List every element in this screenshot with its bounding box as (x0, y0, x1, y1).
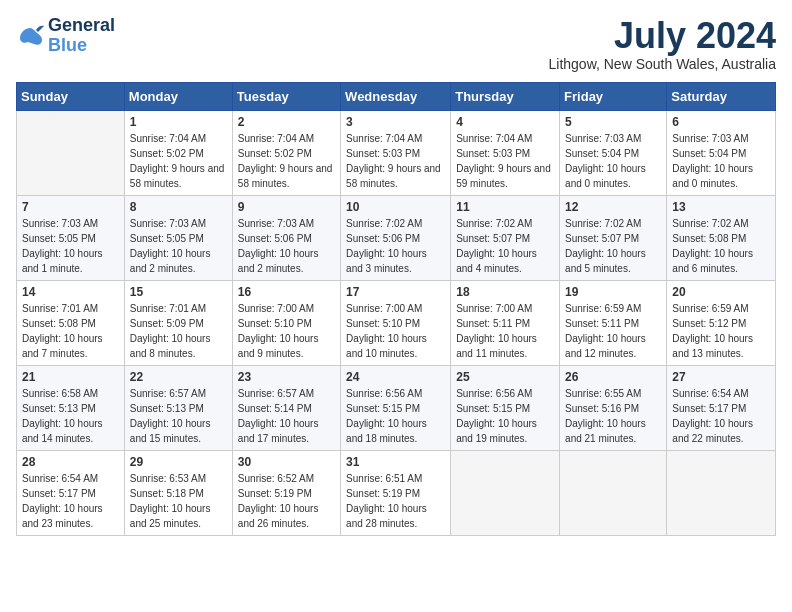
day-number: 24 (346, 370, 445, 384)
day-info: Sunrise: 6:57 AMSunset: 5:14 PMDaylight:… (238, 386, 335, 446)
day-info: Sunrise: 6:57 AMSunset: 5:13 PMDaylight:… (130, 386, 227, 446)
day-info: Sunrise: 7:03 AMSunset: 5:04 PMDaylight:… (672, 131, 770, 191)
day-info: Sunrise: 7:03 AMSunset: 5:05 PMDaylight:… (22, 216, 119, 276)
day-info: Sunrise: 6:55 AMSunset: 5:16 PMDaylight:… (565, 386, 661, 446)
calendar-cell: 31Sunrise: 6:51 AMSunset: 5:19 PMDayligh… (341, 450, 451, 535)
logo-text: GeneralBlue (48, 16, 115, 56)
calendar-cell (451, 450, 560, 535)
page-header: GeneralBlue July 2024 Lithgow, New South… (16, 16, 776, 72)
day-info: Sunrise: 7:01 AMSunset: 5:09 PMDaylight:… (130, 301, 227, 361)
calendar-cell: 15Sunrise: 7:01 AMSunset: 5:09 PMDayligh… (124, 280, 232, 365)
day-info: Sunrise: 7:01 AMSunset: 5:08 PMDaylight:… (22, 301, 119, 361)
calendar-week-1: 1Sunrise: 7:04 AMSunset: 5:02 PMDaylight… (17, 110, 776, 195)
calendar-cell: 17Sunrise: 7:00 AMSunset: 5:10 PMDayligh… (341, 280, 451, 365)
day-number: 17 (346, 285, 445, 299)
day-number: 1 (130, 115, 227, 129)
day-info: Sunrise: 6:59 AMSunset: 5:12 PMDaylight:… (672, 301, 770, 361)
day-info: Sunrise: 7:02 AMSunset: 5:07 PMDaylight:… (456, 216, 554, 276)
calendar-cell: 19Sunrise: 6:59 AMSunset: 5:11 PMDayligh… (560, 280, 667, 365)
day-header-monday: Monday (124, 82, 232, 110)
calendar-cell (17, 110, 125, 195)
calendar-cell: 1Sunrise: 7:04 AMSunset: 5:02 PMDaylight… (124, 110, 232, 195)
day-number: 29 (130, 455, 227, 469)
calendar-cell: 10Sunrise: 7:02 AMSunset: 5:06 PMDayligh… (341, 195, 451, 280)
day-info: Sunrise: 7:00 AMSunset: 5:10 PMDaylight:… (346, 301, 445, 361)
day-header-tuesday: Tuesday (232, 82, 340, 110)
day-info: Sunrise: 7:02 AMSunset: 5:06 PMDaylight:… (346, 216, 445, 276)
calendar-cell: 21Sunrise: 6:58 AMSunset: 5:13 PMDayligh… (17, 365, 125, 450)
day-info: Sunrise: 6:52 AMSunset: 5:19 PMDaylight:… (238, 471, 335, 531)
day-number: 3 (346, 115, 445, 129)
day-info: Sunrise: 6:54 AMSunset: 5:17 PMDaylight:… (672, 386, 770, 446)
calendar-cell: 12Sunrise: 7:02 AMSunset: 5:07 PMDayligh… (560, 195, 667, 280)
day-info: Sunrise: 7:02 AMSunset: 5:07 PMDaylight:… (565, 216, 661, 276)
day-info: Sunrise: 7:02 AMSunset: 5:08 PMDaylight:… (672, 216, 770, 276)
day-header-sunday: Sunday (17, 82, 125, 110)
day-info: Sunrise: 7:04 AMSunset: 5:02 PMDaylight:… (238, 131, 335, 191)
calendar-cell: 20Sunrise: 6:59 AMSunset: 5:12 PMDayligh… (667, 280, 776, 365)
day-number: 18 (456, 285, 554, 299)
day-number: 12 (565, 200, 661, 214)
day-info: Sunrise: 7:00 AMSunset: 5:10 PMDaylight:… (238, 301, 335, 361)
day-info: Sunrise: 7:03 AMSunset: 5:05 PMDaylight:… (130, 216, 227, 276)
calendar-cell: 25Sunrise: 6:56 AMSunset: 5:15 PMDayligh… (451, 365, 560, 450)
day-number: 4 (456, 115, 554, 129)
day-number: 22 (130, 370, 227, 384)
calendar-cell: 23Sunrise: 6:57 AMSunset: 5:14 PMDayligh… (232, 365, 340, 450)
calendar-week-5: 28Sunrise: 6:54 AMSunset: 5:17 PMDayligh… (17, 450, 776, 535)
calendar-cell: 14Sunrise: 7:01 AMSunset: 5:08 PMDayligh… (17, 280, 125, 365)
day-number: 19 (565, 285, 661, 299)
calendar-cell: 11Sunrise: 7:02 AMSunset: 5:07 PMDayligh… (451, 195, 560, 280)
day-number: 9 (238, 200, 335, 214)
calendar-cell: 16Sunrise: 7:00 AMSunset: 5:10 PMDayligh… (232, 280, 340, 365)
logo-bird-icon (16, 22, 44, 50)
day-info: Sunrise: 7:03 AMSunset: 5:06 PMDaylight:… (238, 216, 335, 276)
calendar-table: SundayMondayTuesdayWednesdayThursdayFrid… (16, 82, 776, 536)
calendar-cell: 22Sunrise: 6:57 AMSunset: 5:13 PMDayligh… (124, 365, 232, 450)
day-number: 20 (672, 285, 770, 299)
day-info: Sunrise: 6:58 AMSunset: 5:13 PMDaylight:… (22, 386, 119, 446)
day-number: 26 (565, 370, 661, 384)
calendar-cell: 29Sunrise: 6:53 AMSunset: 5:18 PMDayligh… (124, 450, 232, 535)
calendar-cell: 9Sunrise: 7:03 AMSunset: 5:06 PMDaylight… (232, 195, 340, 280)
day-info: Sunrise: 6:53 AMSunset: 5:18 PMDaylight:… (130, 471, 227, 531)
location: Lithgow, New South Wales, Australia (549, 56, 777, 72)
calendar-cell: 7Sunrise: 7:03 AMSunset: 5:05 PMDaylight… (17, 195, 125, 280)
day-header-thursday: Thursday (451, 82, 560, 110)
calendar-cell: 3Sunrise: 7:04 AMSunset: 5:03 PMDaylight… (341, 110, 451, 195)
day-number: 8 (130, 200, 227, 214)
day-info: Sunrise: 7:04 AMSunset: 5:02 PMDaylight:… (130, 131, 227, 191)
calendar-cell: 2Sunrise: 7:04 AMSunset: 5:02 PMDaylight… (232, 110, 340, 195)
day-number: 7 (22, 200, 119, 214)
calendar-cell: 8Sunrise: 7:03 AMSunset: 5:05 PMDaylight… (124, 195, 232, 280)
day-number: 31 (346, 455, 445, 469)
calendar-cell: 30Sunrise: 6:52 AMSunset: 5:19 PMDayligh… (232, 450, 340, 535)
day-number: 15 (130, 285, 227, 299)
day-number: 10 (346, 200, 445, 214)
calendar-cell: 5Sunrise: 7:03 AMSunset: 5:04 PMDaylight… (560, 110, 667, 195)
day-number: 2 (238, 115, 335, 129)
calendar-cell: 27Sunrise: 6:54 AMSunset: 5:17 PMDayligh… (667, 365, 776, 450)
calendar-week-4: 21Sunrise: 6:58 AMSunset: 5:13 PMDayligh… (17, 365, 776, 450)
day-number: 5 (565, 115, 661, 129)
month-title: July 2024 (549, 16, 777, 56)
day-header-friday: Friday (560, 82, 667, 110)
day-header-saturday: Saturday (667, 82, 776, 110)
day-info: Sunrise: 6:56 AMSunset: 5:15 PMDaylight:… (456, 386, 554, 446)
day-number: 27 (672, 370, 770, 384)
calendar-cell: 4Sunrise: 7:04 AMSunset: 5:03 PMDaylight… (451, 110, 560, 195)
calendar-cell: 28Sunrise: 6:54 AMSunset: 5:17 PMDayligh… (17, 450, 125, 535)
calendar-cell (560, 450, 667, 535)
day-number: 13 (672, 200, 770, 214)
day-number: 30 (238, 455, 335, 469)
day-info: Sunrise: 6:54 AMSunset: 5:17 PMDaylight:… (22, 471, 119, 531)
day-number: 11 (456, 200, 554, 214)
calendar-cell: 13Sunrise: 7:02 AMSunset: 5:08 PMDayligh… (667, 195, 776, 280)
calendar-cell (667, 450, 776, 535)
day-info: Sunrise: 7:04 AMSunset: 5:03 PMDaylight:… (456, 131, 554, 191)
day-info: Sunrise: 7:00 AMSunset: 5:11 PMDaylight:… (456, 301, 554, 361)
day-number: 16 (238, 285, 335, 299)
day-info: Sunrise: 6:51 AMSunset: 5:19 PMDaylight:… (346, 471, 445, 531)
calendar-cell: 18Sunrise: 7:00 AMSunset: 5:11 PMDayligh… (451, 280, 560, 365)
day-number: 14 (22, 285, 119, 299)
